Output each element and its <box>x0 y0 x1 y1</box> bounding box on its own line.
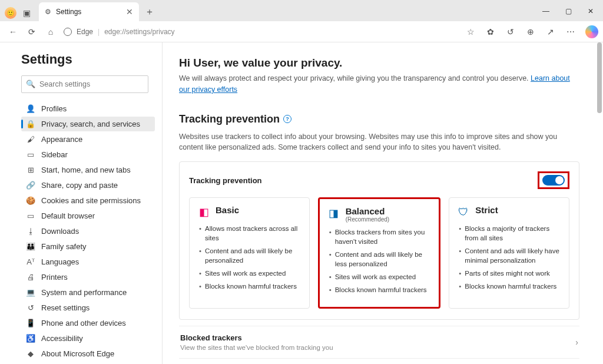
nav-icon: Aᵀ <box>26 257 35 266</box>
nav-label: Cookies and site permissions <box>41 196 141 205</box>
sidebar-item-sidebar[interactable]: ▭Sidebar <box>21 147 155 162</box>
blocked-trackers-row[interactable]: Blocked trackers View the sites that we'… <box>179 326 579 358</box>
sidebar-item-system-and-performance[interactable]: 💻System and performance <box>21 285 155 300</box>
history-button[interactable]: ↺ <box>502 23 519 41</box>
nav-label: Share, copy and paste <box>41 181 118 190</box>
nav-icon: ♿ <box>26 334 35 343</box>
sidebar-item-cookies-and-site-permissions[interactable]: 🍪Cookies and site permissions <box>21 193 155 208</box>
browser-toolbar: ← ⟳ ⌂ Edge | edge://settings/privacy ☆ ✿… <box>0 21 603 42</box>
sidebar-item-reset-settings[interactable]: ↺Reset settings <box>21 300 155 315</box>
nav-label: Accessibility <box>41 334 83 343</box>
sidebar-item-printers[interactable]: 🖨Printers <box>21 270 155 284</box>
window-maximize-button[interactable]: ▢ <box>557 2 579 20</box>
nav-icon: ▭ <box>26 211 35 220</box>
sidebar-nav: 👤Profiles🔒Privacy, search, and services🖌… <box>21 101 155 361</box>
nav-icon: 🔗 <box>26 181 35 190</box>
workspaces-icon[interactable]: ▣ <box>21 8 32 18</box>
browser-tab-settings[interactable]: ⚙ Settings ✕ <box>39 2 139 21</box>
back-button[interactable]: ← <box>5 24 21 40</box>
share-button[interactable]: ↗ <box>542 23 559 41</box>
sidebar-item-phone-and-other-devices[interactable]: 📱Phone and other devices <box>21 316 155 330</box>
profile-avatar-icon[interactable]: 🙂 <box>5 7 16 19</box>
url-text: edge://settings/privacy <box>104 28 174 36</box>
nav-label: Languages <box>41 257 79 266</box>
close-tab-icon[interactable]: ✕ <box>126 7 133 16</box>
card-icon: 🛡 <box>456 205 471 219</box>
sidebar-item-languages[interactable]: AᵀLanguages <box>21 254 155 269</box>
nav-label: Family safety <box>41 242 87 251</box>
tab-title: Settings <box>56 8 81 16</box>
nav-label: About Microsoft Edge <box>41 349 114 358</box>
nav-label: Start, home, and new tabs <box>41 166 131 174</box>
nav-icon: 🔒 <box>26 120 35 128</box>
nav-icon: ↺ <box>26 303 35 312</box>
menu-button[interactable]: ⋯ <box>562 23 579 41</box>
nav-label: Profiles <box>41 104 67 113</box>
copilot-icon[interactable] <box>585 25 598 38</box>
tracking-card-balanced[interactable]: ◨Balanced(Recommended)Blocks trackers fr… <box>318 197 441 309</box>
sidebar-item-family-safety[interactable]: 👪Family safety <box>21 239 155 254</box>
collections-button[interactable]: ⊕ <box>522 23 539 41</box>
sidebar-item-privacy-search-and-services[interactable]: 🔒Privacy, search, and services <box>21 117 155 131</box>
nav-icon: 🖨 <box>26 273 35 282</box>
tracking-prevention-label: Tracking prevention <box>189 176 262 185</box>
nav-icon: 📱 <box>26 319 35 327</box>
settings-main: Hi User, we value your privacy. We will … <box>163 42 603 364</box>
nav-icon: ⊞ <box>26 166 35 174</box>
help-icon[interactable]: ? <box>283 115 291 123</box>
search-settings: 🔍 <box>21 75 155 93</box>
window-close-button[interactable]: ✕ <box>579 2 602 20</box>
tracking-card-basic[interactable]: ◧BasicAllows most trackers across all si… <box>189 197 310 309</box>
extensions-button[interactable]: ✿ <box>482 23 499 41</box>
tracking-prevention-toggle[interactable] <box>542 175 565 186</box>
nav-icon: 👤 <box>26 104 35 113</box>
tracking-prevention-desc: Websites use trackers to collect info ab… <box>179 131 579 154</box>
nav-label: Appearance <box>41 135 82 144</box>
favorite-button[interactable]: ☆ <box>462 23 479 41</box>
page-subtitle: We will always protect and respect your … <box>179 73 579 95</box>
tracking-level-cards: ◧BasicAllows most trackers across all si… <box>189 197 569 309</box>
search-icon: 🔍 <box>26 80 35 88</box>
nav-label: Phone and other devices <box>41 319 126 327</box>
scrollbar[interactable] <box>597 42 602 364</box>
nav-label: Default browser <box>41 211 95 220</box>
nav-label: System and performance <box>41 288 127 297</box>
new-tab-button[interactable]: ＋ <box>141 4 158 20</box>
exceptions-row[interactable]: Exceptions Allow all trackers on sites y… <box>179 358 579 364</box>
nav-icon: ▭ <box>26 150 35 159</box>
nav-icon: ◆ <box>26 349 35 358</box>
nav-icon: 👪 <box>26 242 35 251</box>
url-brand: Edge <box>77 28 93 36</box>
nav-label: Printers <box>41 273 68 282</box>
address-bar[interactable]: Edge | edge://settings/privacy <box>64 28 175 36</box>
chevron-right-icon: › <box>575 337 578 347</box>
refresh-button[interactable]: ⟳ <box>24 24 40 40</box>
tracking-prevention-heading: Tracking prevention ? <box>179 113 579 125</box>
highlight-box-toggle <box>538 171 569 189</box>
sidebar-item-about-microsoft-edge[interactable]: ◆About Microsoft Edge <box>21 346 155 361</box>
sidebar-item-start-home-and-new-tabs[interactable]: ⊞Start, home, and new tabs <box>21 163 155 177</box>
home-button[interactable]: ⌂ <box>42 24 59 40</box>
nav-icon: 💻 <box>26 288 35 297</box>
window-titlebar: 🙂 ▣ ⚙ Settings ✕ ＋ — ▢ ✕ <box>0 0 603 21</box>
settings-sidebar: Settings 🔍 👤Profiles🔒Privacy, search, an… <box>0 42 163 364</box>
sidebar-heading: Settings <box>21 52 155 67</box>
page-title: Hi User, we value your privacy. <box>179 57 579 70</box>
tracking-prevention-panel: Tracking prevention ◧BasicAllows most tr… <box>179 161 579 320</box>
sidebar-item-appearance[interactable]: 🖌Appearance <box>21 132 155 147</box>
sidebar-item-share-copy-and-paste[interactable]: 🔗Share, copy and paste <box>21 178 155 193</box>
window-minimize-button[interactable]: — <box>535 2 557 20</box>
sidebar-item-downloads[interactable]: ⭳Downloads <box>21 224 155 239</box>
edge-icon <box>64 28 72 36</box>
nav-icon: ⭳ <box>26 227 35 236</box>
search-input[interactable] <box>21 75 148 93</box>
card-icon: ◧ <box>197 205 211 219</box>
settings-content: Settings 🔍 👤Profiles🔒Privacy, search, an… <box>0 42 603 364</box>
tracking-card-strict[interactable]: 🛡StrictBlocks a majority of trackers fro… <box>449 197 569 309</box>
gear-icon: ⚙ <box>45 8 51 16</box>
sidebar-item-profiles[interactable]: 👤Profiles <box>21 101 155 116</box>
sidebar-item-default-browser[interactable]: ▭Default browser <box>21 209 155 223</box>
nav-label: Sidebar <box>41 150 68 159</box>
nav-icon: 🍪 <box>26 196 35 205</box>
sidebar-item-accessibility[interactable]: ♿Accessibility <box>21 331 155 346</box>
